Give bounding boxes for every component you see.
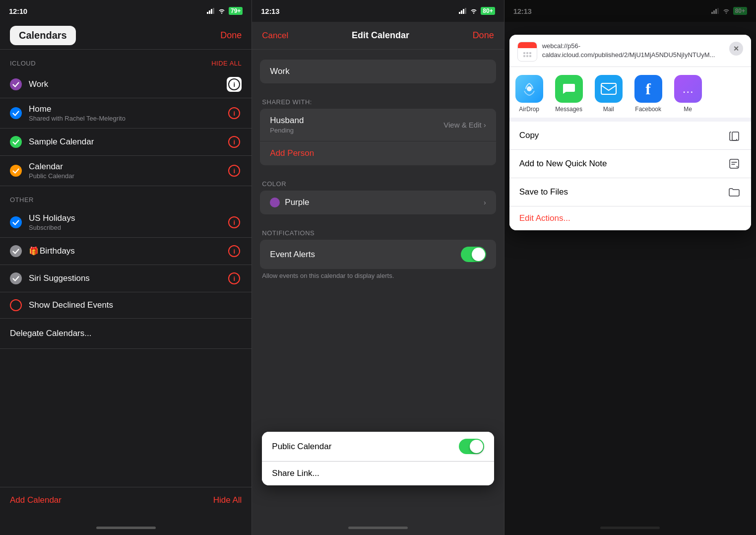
cal-info-btn-siri[interactable]: i [227, 271, 242, 286]
public-calendar-toggle[interactable] [459, 439, 484, 454]
svg-rect-6 [463, 9, 464, 14]
list-item[interactable]: Sample Calendar i [0, 129, 252, 156]
cal-info-btn-home[interactable]: i [227, 106, 242, 121]
share-action-save-files[interactable]: Save to Files [509, 178, 751, 206]
calendar-name-row[interactable]: Work [260, 60, 496, 83]
edit-done-button[interactable]: Done [473, 30, 494, 41]
cal-info-btn-work[interactable]: i [227, 77, 242, 92]
notifications-section: NOTIFICATIONS Event Alerts Allow events … [252, 224, 504, 284]
hide-all-footer-button[interactable]: Hide All [213, 495, 242, 505]
edit-cancel-button[interactable]: Cancel [262, 31, 288, 41]
share-app-messages[interactable]: Messages [549, 75, 589, 113]
share-app-airdrop[interactable]: AirDrop [509, 75, 549, 113]
cal-info-btn-birthdays[interactable]: i [227, 244, 242, 259]
add-person-label: Add Person [270, 148, 314, 158]
info-circle-siri: i [228, 272, 240, 284]
delegate-calendars-row[interactable]: Delegate Calendars... [0, 319, 252, 349]
calendar-app-icon [517, 42, 537, 62]
color-chevron-icon: › [484, 199, 486, 206]
battery-badge-1: 79+ [229, 7, 243, 15]
cal-sub-home: Shared with Rachel Tee-Melegrito [29, 115, 227, 122]
save-files-symbol [728, 187, 740, 197]
checkmark-icon-calendar [12, 168, 19, 174]
quick-note-label: Add to New Quick Note [519, 159, 607, 169]
status-bar-1: 12:10 79+ [0, 0, 252, 22]
cal-dot-calendar [10, 165, 22, 177]
color-section: COLOR Purple › [252, 175, 504, 214]
svg-rect-7 [465, 8, 466, 14]
cal-icon-dot [523, 52, 525, 54]
event-alerts-hint: Allow events on this calendar to display… [252, 269, 504, 284]
cal-icon-dot [523, 55, 525, 57]
signal-icon-2 [459, 8, 467, 14]
list-item[interactable]: Calendar Public Calendar i [0, 156, 252, 186]
cal-icon-dot [529, 55, 531, 57]
hide-all-button[interactable]: HIDE ALL [211, 60, 242, 67]
mail-symbol [601, 83, 617, 95]
cal-name-holidays: US Holidays [29, 213, 227, 223]
cal-info-btn-calendar[interactable]: i [227, 163, 242, 178]
share-action-list: Copy Add to New Quick Note [509, 122, 751, 230]
home-bar-2 [348, 527, 408, 529]
share-sheet-header: webcal://p56-caldav.icloud.com/published… [509, 35, 751, 67]
show-declined-circle [10, 299, 22, 311]
info-circle-birthdays: i [228, 245, 240, 257]
other-label: OTHER [10, 196, 34, 203]
list-item[interactable]: Work i [0, 71, 252, 98]
event-alerts-row[interactable]: Event Alerts [260, 240, 496, 269]
cal-text-work: Work [29, 79, 227, 89]
cal-icon-dot [526, 52, 528, 54]
svg-rect-1 [209, 10, 210, 14]
list-item[interactable]: US Holidays Subscribed i [0, 207, 252, 238]
share-app-facebook[interactable]: f Facebook [629, 75, 668, 113]
save-files-label: Save to Files [519, 187, 568, 197]
add-person-row[interactable]: Add Person [260, 141, 496, 165]
share-app-more[interactable]: … Me [668, 75, 708, 113]
share-sheet-panel: webcal://p56-caldav.icloud.com/published… [509, 35, 751, 230]
list-item[interactable]: Siri Suggestions i [0, 265, 252, 292]
info-circle-home: i [228, 107, 240, 119]
cal-icon-dots [522, 51, 532, 58]
shared-person-row[interactable]: Husband Pending View & Edit › [260, 109, 496, 141]
svg-point-12 [527, 86, 532, 91]
copy-icon [727, 129, 741, 142]
cal-text-calendar: Calendar Public Calendar [29, 162, 227, 180]
share-link-label: Share Link... [272, 468, 319, 478]
view-edit-label[interactable]: View & Edit › [443, 121, 486, 129]
mail-label: Mail [603, 106, 614, 113]
status-icons-2: 80+ [459, 7, 495, 15]
cal-dot-home [10, 107, 22, 119]
event-alerts-toggle[interactable] [461, 247, 486, 262]
gift-icon: 🎁 [29, 247, 39, 255]
share-action-quick-note[interactable]: Add to New Quick Note [509, 150, 751, 178]
messages-icon [555, 75, 583, 103]
calendars-navbar: Calendars Done [0, 22, 252, 50]
list-item[interactable]: Home Shared with Rachel Tee-Melegrito i [0, 98, 252, 129]
share-action-copy[interactable]: Copy [509, 122, 751, 150]
cal-info-btn-sample[interactable]: i [227, 134, 242, 149]
show-declined-row[interactable]: Show Declined Events [0, 292, 252, 319]
share-link-row[interactable]: Share Link... [262, 462, 494, 485]
share-action-edit-actions[interactable]: Edit Actions... [509, 206, 751, 230]
calendar-name-section: Work [252, 60, 504, 83]
chevron-right-icon: › [484, 121, 486, 129]
icloud-calendar-list: Work i Home Shared with Rachel Tee-Meleg… [0, 71, 252, 186]
airdrop-icon [515, 75, 543, 103]
status-bar-2: 12:13 80+ [252, 0, 504, 22]
cal-info-btn-holidays[interactable]: i [227, 215, 242, 230]
color-row[interactable]: Purple › [260, 191, 496, 214]
copy-label: Copy [519, 131, 539, 140]
share-app-mail[interactable]: Mail [589, 75, 629, 113]
calendar-name-value: Work [270, 67, 289, 76]
list-item[interactable]: 🎁Birthdays i [0, 238, 252, 265]
share-sheet-close-button[interactable]: ✕ [729, 42, 743, 56]
cal-text-siri: Siri Suggestions [29, 273, 227, 283]
battery-badge-2: 80+ [481, 7, 495, 15]
shared-person-name: Husband [270, 116, 304, 126]
add-calendar-button[interactable]: Add Calendar [10, 495, 62, 505]
cal-dot-sample [10, 136, 22, 148]
public-calendar-row[interactable]: Public Calendar [262, 432, 494, 462]
shared-with-section: SHARED WITH: Husband Pending View & Edit… [252, 93, 504, 165]
calendars-done-button[interactable]: Done [220, 30, 242, 41]
cal-name-home: Home [29, 104, 227, 114]
